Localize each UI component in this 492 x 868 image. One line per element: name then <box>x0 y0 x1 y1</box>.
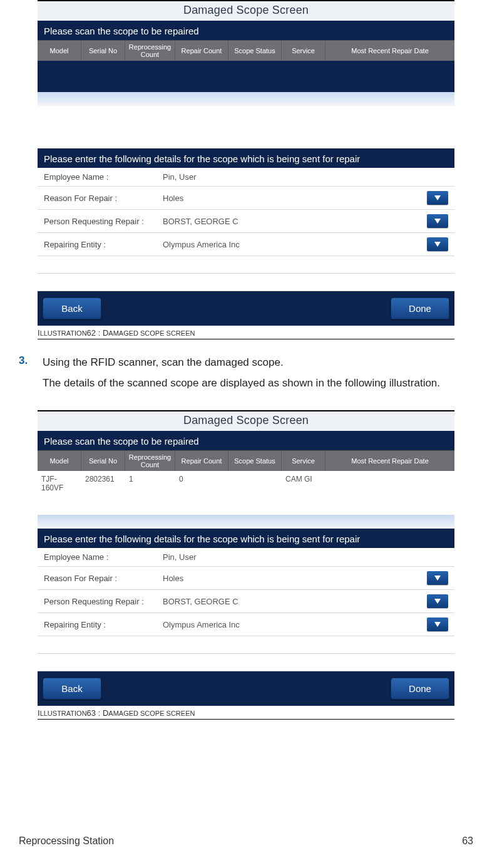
button-bar: Back Done <box>38 671 454 702</box>
table-row: TJF-160VF 2802361 1 0 CAM GI <box>38 471 454 496</box>
col-serial: Serial No <box>81 41 125 61</box>
back-button[interactable]: Back <box>43 678 101 700</box>
entity-label: Repairing Entity : <box>44 240 163 249</box>
scope-table-header: Model Serial No Reprocessing Count Repai… <box>38 40 454 61</box>
empty-row <box>38 636 454 654</box>
cell-serial: 2802361 <box>81 473 125 493</box>
svg-marker-0 <box>434 195 441 200</box>
reason-value: Holes <box>163 194 427 203</box>
requester-dropdown[interactable] <box>427 594 448 608</box>
svg-marker-2 <box>434 242 441 247</box>
app-title: Damaged Scope Screen <box>38 411 454 431</box>
entity-value: Olympus America Inc <box>163 620 427 629</box>
done-button[interactable]: Done <box>391 297 449 319</box>
cap-word: LLUSTRATION <box>40 329 87 337</box>
svg-marker-5 <box>434 622 441 627</box>
cell-service: CAM GI <box>282 473 325 493</box>
step-text: Using the RFID scanner, scan the damaged… <box>43 354 473 395</box>
footer-page-number: 63 <box>462 835 473 847</box>
app-title: Damaged Scope Screen <box>38 1 454 21</box>
row-employee: Employee Name : Pin, User <box>38 548 454 567</box>
reason-dropdown[interactable] <box>427 191 448 205</box>
cell-repair: 0 <box>175 473 228 493</box>
reason-label: Reason For Repair : <box>44 574 163 583</box>
details-prompt: Please enter the following details for t… <box>38 529 454 548</box>
scan-prompt: Please scan the scope to be repaired <box>38 21 454 40</box>
col-status: Scope Status <box>228 41 282 61</box>
step-3: 3. Using the RFID scanner, scan the dama… <box>19 354 473 395</box>
col-date: Most Recent Repair Date <box>325 451 454 471</box>
entity-label: Repairing Entity : <box>44 620 163 629</box>
employee-label: Employee Name : <box>44 172 163 182</box>
step-number: 3. <box>19 354 34 395</box>
button-bar: Back Done <box>38 291 454 322</box>
col-model: Model <box>38 451 81 471</box>
col-reproc: Reprocessing Count <box>125 41 175 61</box>
cap-num: 63 : D <box>87 708 109 718</box>
row-requester: Person Requesting Repair : BORST, GEORGE… <box>38 590 454 613</box>
form-area: Employee Name : Pin, User Reason For Rep… <box>38 168 454 291</box>
scope-table-header: Model Serial No Reprocessing Count Repai… <box>38 450 454 471</box>
figure-63: Damaged Scope Screen Please scan the sco… <box>38 410 454 720</box>
cap-rest: AMAGED SCOPE SCREEN <box>108 710 195 717</box>
col-serial: Serial No <box>81 451 125 471</box>
scope-table-body: TJF-160VF 2802361 1 0 CAM GI <box>38 471 454 529</box>
cap-num: 62 : D <box>87 328 109 338</box>
caption-62: ILLUSTRATION 62 : DAMAGED SCOPE SCREEN <box>38 326 454 339</box>
reason-value: Holes <box>163 574 427 583</box>
row-entity: Repairing Entity : Olympus America Inc <box>38 233 454 256</box>
col-status: Scope Status <box>228 451 282 471</box>
reason-label: Reason For Repair : <box>44 194 163 203</box>
svg-marker-4 <box>434 599 441 604</box>
requester-value: BORST, GEORGE C <box>163 597 427 606</box>
cell-date <box>325 473 454 493</box>
employee-value: Pin, User <box>163 552 448 562</box>
employee-label: Employee Name : <box>44 552 163 562</box>
row-entity: Repairing Entity : Olympus America Inc <box>38 613 454 636</box>
step-line1: Using the RFID scanner, scan the damaged… <box>43 354 473 371</box>
gradient-strip <box>38 92 454 106</box>
scope-table-body-empty <box>38 92 454 148</box>
row-employee: Employee Name : Pin, User <box>38 168 454 187</box>
row-reason: Reason For Repair : Holes <box>38 567 454 590</box>
empty-row <box>38 274 454 291</box>
empty-row <box>38 654 454 671</box>
col-service: Service <box>282 41 325 61</box>
col-service: Service <box>282 451 325 471</box>
svg-marker-3 <box>434 576 441 581</box>
requester-label: Person Requesting Repair : <box>44 217 163 226</box>
entity-value: Olympus America Inc <box>163 240 427 249</box>
row-reason: Reason For Repair : Holes <box>38 187 454 210</box>
col-date: Most Recent Repair Date <box>325 41 454 61</box>
cell-status <box>228 473 282 493</box>
page-footer: Reprocessing Station 63 <box>19 835 473 847</box>
app-screen-62: Please scan the scope to be repaired Mod… <box>38 21 454 326</box>
col-repair: Repair Count <box>175 41 228 61</box>
app-screen-63: Please scan the scope to be repaired Mod… <box>38 431 454 706</box>
requester-label: Person Requesting Repair : <box>44 597 163 606</box>
back-button[interactable]: Back <box>43 297 101 319</box>
figure-62: Damaged Scope Screen Please scan the sco… <box>38 0 454 339</box>
caption-63: ILLUSTRATION 63 : DAMAGED SCOPE SCREEN <box>38 706 454 720</box>
scan-prompt: Please scan the scope to be repaired <box>38 431 454 450</box>
col-reproc: Reprocessing Count <box>125 451 175 471</box>
col-repair: Repair Count <box>175 451 228 471</box>
cap-rest: AMAGED SCOPE SCREEN <box>108 329 195 337</box>
entity-dropdown[interactable] <box>427 237 448 251</box>
cap-word: LLUSTRATION <box>40 710 87 717</box>
entity-dropdown[interactable] <box>427 617 448 631</box>
details-prompt: Please enter the following details for t… <box>38 148 454 168</box>
cell-model: TJF-160VF <box>38 473 81 493</box>
done-button[interactable]: Done <box>391 678 449 700</box>
requester-dropdown[interactable] <box>427 214 448 228</box>
step-line2: The details of the scanned scope are dis… <box>43 375 473 391</box>
col-model: Model <box>38 41 81 61</box>
form-area: Employee Name : Pin, User Reason For Rep… <box>38 548 454 671</box>
svg-marker-1 <box>434 219 441 224</box>
reason-dropdown[interactable] <box>427 571 448 585</box>
row-requester: Person Requesting Repair : BORST, GEORGE… <box>38 210 454 233</box>
gradient-strip <box>38 515 454 529</box>
footer-left: Reprocessing Station <box>19 835 114 847</box>
cell-reproc: 1 <box>125 473 175 493</box>
empty-row <box>38 256 454 274</box>
